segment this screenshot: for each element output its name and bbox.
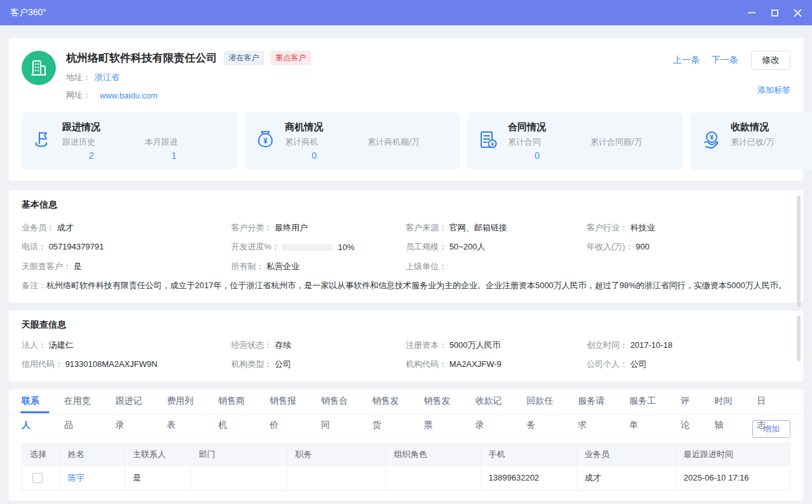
maximize-icon[interactable] [770,8,779,17]
field-tyc-customer: 天眼查客户： 是 [22,257,231,276]
edit-button[interactable]: 修改 [751,51,790,70]
col-mobile: 手机 [481,443,576,465]
field-founded-time: 创立时间： 2017-10-18 [587,336,790,355]
stat-card-payment: ¥ 收款情况 累计已收/万 应收余额/万 0.00 [690,112,812,169]
tab-comments[interactable]: 评论 [681,388,698,414]
cell-position [288,465,386,490]
company-building-icon [22,51,56,85]
stat-card-followup: 跟进情况 跟进历史 2 本月跟进 1 [22,112,237,169]
field-dev-progress: 开发进度%： 10% [231,237,406,257]
tianyancha-card: 天眼查信息 法人： 汤建仁 经营状态： 存续 注册资本： 5000万人民币 创立… [9,310,803,381]
add-tag-link[interactable]: 添加标签 [757,85,790,95]
company-name: 杭州络町软件科技有限责任公司 [66,51,217,65]
svg-text:¥: ¥ [491,141,494,147]
address-label: 地址： [66,72,91,83]
field-company-or-person: 公司个人： 公司 [587,355,790,374]
customer-header-card: 杭州络町软件科技有限责任公司 潜在客户 重点客户 地址： 浙江省 网址： www… [9,38,803,181]
tianyancha-scrollbar[interactable] [797,315,801,361]
stat-value: 0 [508,150,566,161]
progress-text: 10% [338,238,354,257]
field-org-type: 机构类型： 公司 [231,355,406,374]
col-last-follow-time: 最近跟进时间 [676,443,790,465]
stat-label: 累计商机 [285,136,343,148]
field-staff-size: 员工规模： 50~200人 [406,237,587,257]
field-org-code: 机构代码： MA2AXJFW-9 [406,355,587,374]
website-link[interactable]: www.baidu.com [100,91,157,100]
receive-payment-icon: ¥ [700,129,722,153]
tab-bar: 联系人 在用竞品 跟进记录 费用列表 销售商机 销售报价 销售合同 销售发货 销… [9,389,803,414]
titlebar: 客户360° [0,0,812,25]
svg-text:¥: ¥ [710,133,714,141]
tab-sales-quote[interactable]: 销售报价 [270,388,305,414]
stat-label: 累计合同额/万 [590,136,649,148]
stat-value: 0 [285,150,343,161]
page-content: 杭州络町软件科技有限责任公司 潜在客户 重点客户 地址： 浙江省 网址： www… [0,25,812,501]
tab-sales-contract[interactable]: 销售合同 [321,388,357,414]
col-primary-contact: 主联系人 [125,443,191,465]
tab-sales-opportunity[interactable]: 销售商机 [218,388,254,414]
tab-contacts[interactable]: 联系人 [22,388,48,414]
tab-service-requests[interactable]: 服务请求 [578,388,613,414]
stat-value: 1 [145,150,203,161]
tab-competing-products[interactable]: 在用竞品 [64,388,100,414]
field-customer-category: 客户分类： 最终用户 [231,218,406,237]
tab-service-orders[interactable]: 服务工单 [629,388,665,414]
stat-label: 累计商机额/万 [368,136,426,148]
close-icon[interactable] [793,8,802,17]
row-checkbox[interactable] [32,473,43,483]
tab-sales-invoice[interactable]: 销售发票 [424,388,460,414]
tab-timeline[interactable]: 时间轴 [714,388,741,414]
contract-icon: ¥ [477,129,499,153]
field-phone: 电话： 057194379791 [22,237,231,257]
svg-text:¥: ¥ [263,136,268,145]
tab-follow-records[interactable]: 跟进记录 [116,388,151,414]
badge-key-customer: 重点客户 [270,51,311,65]
stat-card-contract: ¥ 合同情况 累计合同 0 累计合同额/万 [467,112,683,169]
field-ownership: 所有制： 私营企业 [231,257,406,276]
website-label: 网址： [66,90,91,101]
col-select: 选择 [22,443,60,465]
address-link[interactable]: 浙江省 [95,72,119,83]
field-credit-code: 信用代码： 91330108MA2AXJFW9N [22,355,231,374]
cell-department [191,465,288,490]
basic-info-scrollbar[interactable] [797,196,801,307]
cell-last-follow-time: 2025-06-10 17:16 [676,465,790,490]
field-annual-income: 年收入(万)： 900 [587,237,790,257]
cell-primary-contact: 是 [125,465,191,490]
cell-org-role [386,465,481,490]
prev-record-link[interactable]: 上一条 [673,55,700,65]
cell-salesperson: 成才 [576,465,676,490]
basic-info-title: 基本信息 [22,199,790,211]
minimize-icon[interactable] [747,8,756,17]
col-salesperson: 业务员 [576,443,676,465]
table-header-row: 选择 姓名 主联系人 部门 职务 组织角色 手机 业务员 最近跟进时间 [22,443,790,465]
basic-info-card: 基本信息 业务员： 成才 客户分类： 最终用户 客户来源： 官网、邮箱链接 客户… [9,190,803,303]
tab-collection-tasks[interactable]: 回款任务 [526,388,562,414]
field-operating-status: 经营状态： 存续 [231,336,406,355]
stat-title: 合同情况 [508,121,673,133]
table-row: 陈宇 是 13899632202 成才 2025-06-10 17:16 [22,465,790,490]
tab-logs[interactable]: 日志 [757,388,775,414]
field-salesperson: 业务员： 成才 [22,218,231,237]
window-controls [747,8,802,17]
col-position: 职务 [288,443,386,465]
tianyancha-title: 天眼查信息 [22,319,790,331]
next-record-link[interactable]: 下一条 [712,55,738,65]
stat-card-opportunity: ¥ 商机情况 累计商机 0 累计商机额/万 [244,112,460,169]
field-registered-capital: 注册资本： 5000万人民币 [406,336,587,355]
stat-value [368,150,426,161]
contact-name-link[interactable]: 陈宇 [68,473,84,482]
field-legal-person: 法人： 汤建仁 [22,336,231,355]
stat-title: 跟进情况 [62,121,227,133]
stats-row: 跟进情况 跟进历史 2 本月跟进 1 [22,112,790,169]
col-org-role: 组织角色 [386,443,481,465]
tab-sales-shipment[interactable]: 销售发货 [373,388,408,414]
tab-payment-records[interactable]: 收款记录 [475,388,510,414]
field-customer-industry: 客户行业： 科技业 [587,218,790,237]
stat-label: 累计合同 [508,136,566,148]
money-bag-icon: ¥ [255,129,276,153]
stat-title: 商机情况 [285,121,450,133]
stat-value: 2 [62,150,121,161]
stat-label: 累计已收/万 [731,136,789,148]
tab-expense-list[interactable]: 费用列表 [167,388,203,414]
